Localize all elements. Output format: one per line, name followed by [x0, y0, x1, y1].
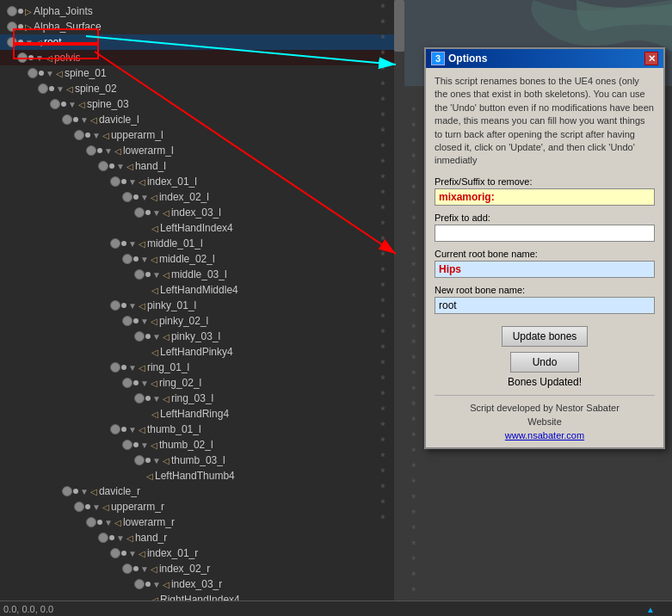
tree-item-ring02-l[interactable]: ▼ ◁ ring_02_l	[0, 375, 404, 391]
item-label: pinky_01_l	[147, 299, 196, 311]
tree-item-alpha-surface[interactable]: ▷ Alpha_Surface	[0, 19, 404, 34]
tree-item-spine02[interactable]: ▼ ◁ spine_02	[0, 81, 404, 96]
visibility-icon[interactable]	[122, 192, 133, 202]
tree-item-lefthandindex4[interactable]: ◁ LeftHandIndex4	[0, 220, 404, 236]
visibility-icon[interactable]	[134, 331, 145, 342]
bone-icon: ◁	[151, 410, 158, 419]
visibility-icon[interactable]	[134, 207, 145, 218]
tree-item-thumb02-l[interactable]: ▼ ◁ thumb_02_l	[0, 437, 404, 453]
tree-item-upperarm-l[interactable]: ▼ ◁ upperarm_l	[0, 127, 404, 143]
tree-item-pinky01-l[interactable]: ▼ ◁ pinky_01_l	[0, 298, 404, 313]
tree-item-index02-l[interactable]: ▼ ◁ index_02_l	[0, 189, 404, 205]
tree-item-middle02-l[interactable]: ▼ ◁ middle_02_l	[0, 251, 404, 267]
tree-item-index01-r[interactable]: ▼ ◁ index_01_r	[0, 545, 404, 561]
tree-item-spine01[interactable]: ▼ ◁ spine_01	[0, 65, 404, 81]
tree-item-middle03-l[interactable]: ▼ ◁ middle_03_l	[0, 267, 404, 282]
new-root-input[interactable]	[435, 297, 655, 314]
expand-icon: ▼	[104, 518, 113, 527]
visibility-icon[interactable]	[28, 68, 38, 78]
tree-item-thumb03-l[interactable]: ▼ ◁ thumb_03_l	[0, 453, 404, 468]
dot-icon	[145, 272, 151, 277]
tree-item-thumb01-l[interactable]: ▼ ◁ thumb_01_l	[0, 422, 404, 437]
tree-item-davicle-r[interactable]: ▼ ◁ davicle_r	[0, 484, 404, 499]
expand-icon: ▼	[128, 549, 137, 558]
visibility-icon[interactable]	[110, 362, 120, 373]
tree-item-ring03-l[interactable]: ▼ ◁ ring_03_l	[0, 391, 404, 406]
expand-icon: ▼	[92, 502, 101, 512]
visibility-icon[interactable]	[17, 52, 28, 63]
visibility-icon[interactable]	[74, 502, 84, 512]
tree-item-lowerarm-l[interactable]: ▼ ◁ lowerarm_l	[0, 143, 404, 158]
expand-icon: ▼	[140, 255, 149, 264]
visibility-icon[interactable]	[134, 579, 145, 589]
tree-item-pelvis[interactable]: ▼ ◁ pelvis	[0, 50, 404, 65]
current-root-input[interactable]	[435, 261, 655, 278]
visibility-icon[interactable]	[74, 130, 84, 140]
tree-item-ring01-l[interactable]: ▼ ◁ ring_01_l	[0, 360, 404, 375]
visibility-icon[interactable]	[122, 440, 133, 450]
tree-item-hand-r[interactable]: ▼ ◁ hand_r	[0, 530, 404, 545]
prefix-add-input[interactable]	[435, 225, 655, 242]
visibility-icon[interactable]	[62, 486, 72, 496]
tree-item-davicle-l[interactable]: ▼ ◁ davicle_l	[0, 112, 404, 127]
tree-item-alpha-joints[interactable]: ▷ Alpha_Joints	[0, 3, 404, 19]
visibility-icon[interactable]	[122, 316, 133, 326]
visibility-icon[interactable]	[110, 300, 120, 311]
item-label: ring_02_l	[159, 377, 201, 389]
titlebar-left: 3 Options	[431, 52, 487, 65]
tree-item-pinky03-l[interactable]: ▼ ◁ pinky_03_l	[0, 329, 404, 344]
scrollbar-thumb[interactable]	[394, 0, 404, 52]
tree-item-index01-l[interactable]: ▼ ◁ index_01_l	[0, 174, 404, 189]
tree-item-index03-r[interactable]: ▼ ◁ index_03_r	[0, 576, 404, 592]
expand-icon: ▼	[128, 239, 137, 249]
visibility-icon[interactable]	[110, 424, 120, 434]
tree-item-lefthandring4[interactable]: ◁ LeftHandRing4	[0, 406, 404, 422]
update-bones-button[interactable]: Update bones	[502, 326, 589, 347]
visibility-icon[interactable]	[38, 83, 48, 94]
dialog-close-button[interactable]: ✕	[644, 52, 658, 65]
visibility-icon[interactable]	[98, 161, 108, 171]
visibility-icon[interactable]	[50, 99, 60, 109]
visibility-icon[interactable]	[7, 22, 17, 32]
visibility-icon[interactable]	[62, 114, 72, 125]
dot-icon	[73, 489, 78, 494]
tree-item-index03-l[interactable]: ▼ ◁ index_03_l	[0, 205, 404, 220]
tree-scrollbar[interactable]	[394, 0, 404, 616]
visibility-icon[interactable]	[134, 269, 145, 280]
expand-icon: ▼	[140, 440, 149, 450]
visibility-icon[interactable]	[7, 37, 17, 47]
tree-item-hand-l[interactable]: ▼ ◁ hand_l	[0, 158, 404, 174]
tree-item-lefthandthumb4[interactable]: ◁ LeftHandThumb4	[0, 468, 404, 484]
visibility-icon[interactable]	[134, 393, 145, 403]
bone-icon: ◁	[90, 487, 97, 496]
tree-item-lefthandmiddle4[interactable]: ◁ LeftHandMiddle4	[0, 282, 404, 298]
visibility-icon[interactable]	[110, 548, 120, 558]
tree-item-root[interactable]: ▼ ◁ root	[0, 34, 404, 50]
bone-icon: ◁	[139, 239, 145, 249]
visibility-icon[interactable]	[98, 533, 108, 543]
visibility-icon[interactable]	[110, 176, 120, 187]
tree-item-lowerarm-r[interactable]: ▼ ◁ lowerarm_r	[0, 514, 404, 530]
expand-icon: ▼	[25, 38, 34, 47]
visibility-icon[interactable]	[110, 238, 120, 249]
tree-item-index02-r[interactable]: ▼ ◁ index_02_r	[0, 561, 404, 576]
visibility-icon[interactable]	[122, 564, 133, 574]
dot-icon	[121, 365, 126, 370]
tree-item-middle01-l[interactable]: ▼ ◁ middle_01_l	[0, 236, 404, 251]
footer-link[interactable]: www.nsabater.com	[435, 430, 655, 440]
visibility-icon[interactable]	[7, 6, 17, 16]
dot-icon	[121, 427, 126, 432]
prefix-suffix-input[interactable]	[435, 188, 655, 206]
visibility-icon[interactable]	[86, 145, 96, 156]
tree-item-upperarm-r[interactable]: ▼ ◁ upperarm_r	[0, 499, 404, 514]
visibility-icon[interactable]	[122, 378, 133, 388]
visibility-icon[interactable]	[134, 455, 145, 465]
tree-item-pinky02-l[interactable]: ▼ ◁ pinky_02_l	[0, 313, 404, 329]
right-asterisks: *********************************	[411, 103, 416, 614]
visibility-icon[interactable]	[122, 254, 133, 264]
bone-icon: ◁	[163, 580, 170, 589]
tree-item-spine03[interactable]: ▼ ◁ spine_03	[0, 96, 404, 112]
undo-button[interactable]: Undo	[510, 352, 579, 373]
tree-item-lefthandpinky4[interactable]: ◁ LeftHandPinky4	[0, 344, 404, 360]
visibility-icon[interactable]	[86, 517, 96, 527]
